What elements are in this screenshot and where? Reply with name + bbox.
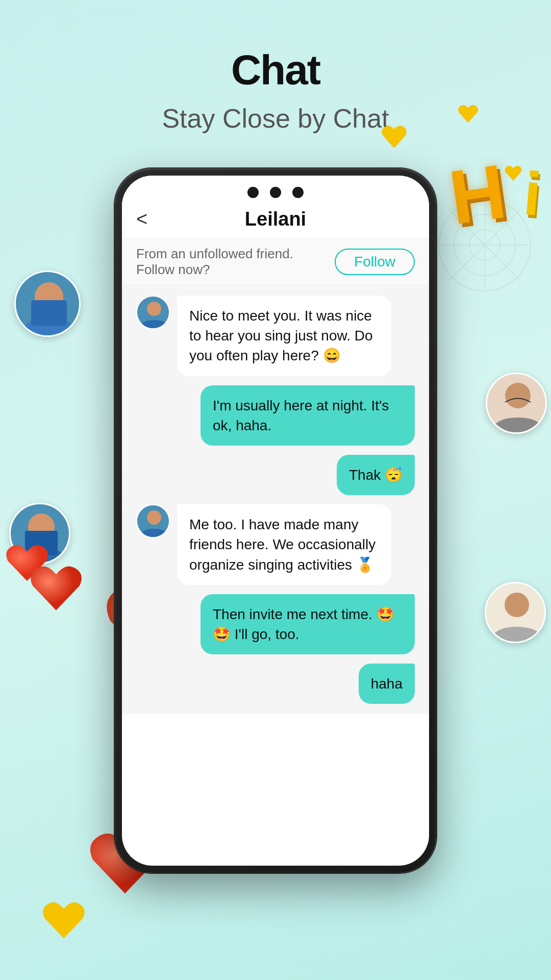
table-row: Thak 😴 <box>136 455 415 495</box>
table-row: Then invite me next time. 🤩🤩 I'll go, to… <box>136 594 415 654</box>
camera-bar <box>122 176 429 203</box>
hi-balloon-i: i <box>521 158 544 229</box>
message-bubble: Then invite me next time. 🤩🤩 I'll go, to… <box>201 594 415 654</box>
message-bubble: Me too. I have made many friends here. W… <box>177 504 391 585</box>
page-title: Chat <box>0 0 551 94</box>
follow-button[interactable]: Follow <box>335 249 415 275</box>
back-button[interactable]: < <box>136 208 147 230</box>
table-row: Me too. I have made many friends here. W… <box>136 504 415 585</box>
svg-rect-5 <box>11 504 70 564</box>
chat-header: < Leilani <box>122 203 429 238</box>
follow-prompt-text: From an unfollowed friend. Follow now? <box>136 246 335 278</box>
net-decoration <box>434 194 536 298</box>
svg-point-1 <box>35 282 63 311</box>
svg-point-12 <box>469 230 500 260</box>
follow-banner: From an unfollowed friend. Follow now? F… <box>122 238 429 285</box>
float-avatar-top-left <box>14 271 81 337</box>
svg-point-18 <box>147 302 161 316</box>
gold-heart-icon-bottom <box>41 898 87 946</box>
avatar <box>136 504 170 538</box>
svg-point-9 <box>505 593 529 617</box>
table-row: haha <box>136 664 415 704</box>
camera-dot-2 <box>270 187 281 198</box>
chat-body: Nice to meet you. It was nice to hear yo… <box>122 285 429 714</box>
svg-rect-8 <box>486 583 546 643</box>
svg-rect-2 <box>31 300 67 326</box>
red-heart-icon-1 <box>4 541 50 589</box>
table-row: I'm usually here at night. It's ok, haha… <box>136 385 415 446</box>
hi-balloon-h: H <box>444 148 508 242</box>
avatar <box>136 296 170 329</box>
phone-mockup: < Leilani From an unfollowed friend. Fol… <box>115 168 436 873</box>
svg-line-15 <box>449 209 520 281</box>
camera-dot-1 <box>247 187 259 198</box>
svg-rect-0 <box>16 272 81 337</box>
svg-line-16 <box>449 209 520 281</box>
svg-point-20 <box>147 510 161 525</box>
svg-rect-7 <box>25 531 58 555</box>
svg-point-4 <box>505 383 531 408</box>
float-avatar-right-lower <box>485 582 546 643</box>
svg-rect-3 <box>487 374 547 434</box>
chat-contact-name: Leilani <box>245 208 306 230</box>
table-row: Nice to meet you. It was nice to hear yo… <box>136 296 415 376</box>
message-bubble: Thak 😴 <box>337 455 415 495</box>
svg-point-11 <box>454 214 515 276</box>
float-avatar-left-lower <box>9 503 70 564</box>
camera-dot-3 <box>292 187 304 198</box>
svg-point-10 <box>439 199 531 291</box>
float-avatar-right-upper <box>486 373 547 434</box>
page-subtitle: Stay Close by Chat <box>0 103 551 134</box>
message-bubble: haha <box>359 664 415 704</box>
svg-point-6 <box>28 513 55 540</box>
message-bubble: Nice to meet you. It was nice to hear yo… <box>177 296 391 376</box>
gold-heart-icon-3 <box>504 163 523 183</box>
red-heart-icon-2 <box>28 561 84 620</box>
message-bubble: I'm usually here at night. It's ok, haha… <box>201 385 415 446</box>
